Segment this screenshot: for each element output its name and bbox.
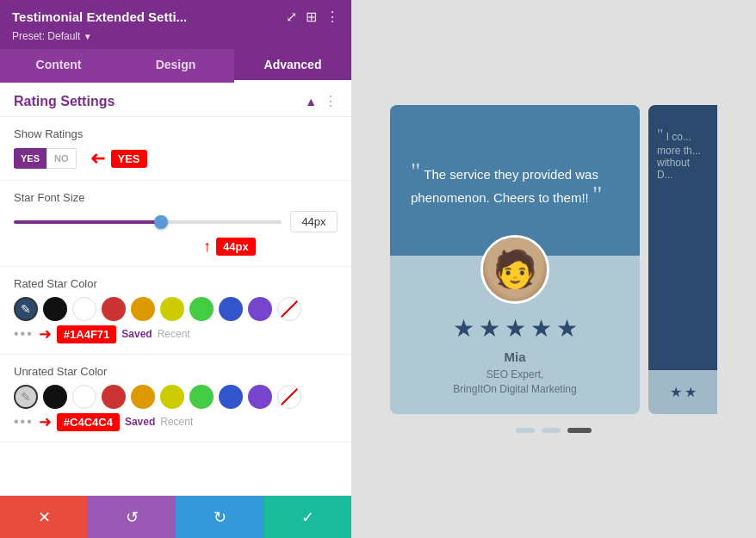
pagination-dot-1[interactable]: [516, 428, 535, 433]
stars-row: ★ ★ ★ ★ ★: [453, 314, 578, 343]
star-5: ★: [556, 314, 578, 343]
rated-color-red[interactable]: [102, 297, 126, 321]
rated-color-orange[interactable]: [131, 297, 155, 321]
rated-star-color-group: Rated Star Color ✎ ••• ➜ #1A4F71 Saved R…: [0, 267, 351, 355]
rated-star-color-label: Rated Star Color: [14, 277, 338, 290]
unrated-color-white[interactable]: [72, 385, 96, 409]
rated-saved-tag[interactable]: Saved: [121, 328, 152, 340]
unrated-saved-tag[interactable]: Saved: [125, 416, 155, 428]
mini-star-2: ★: [685, 384, 697, 400]
unrated-color-orange[interactable]: [131, 385, 155, 409]
cancel-icon: ✕: [38, 508, 51, 527]
unrated-color-blue[interactable]: [219, 385, 243, 409]
panel-title: Testimonial Extended Setti...: [12, 9, 187, 24]
reset-button[interactable]: ↺: [88, 496, 176, 538]
tab-design[interactable]: Design: [117, 49, 234, 83]
rated-recent-tag[interactable]: Recent: [158, 328, 190, 340]
person-title: SEO Expert,BringItOn Digital Marketing: [453, 368, 576, 397]
preset-label[interactable]: Preset: Default ▼: [12, 30, 339, 42]
unrated-color-red[interactable]: [102, 385, 126, 409]
mini-star-1: ★: [670, 384, 682, 400]
collapse-icon[interactable]: ▲: [305, 95, 317, 108]
section-header: Rating Settings ▲ ⋮: [0, 83, 351, 117]
reset-icon: ↺: [126, 508, 139, 527]
size-annotation-badge: 44px: [216, 238, 256, 256]
redo-button[interactable]: ↻: [176, 496, 263, 538]
quote-text: " The service they provided was phenomen…: [411, 162, 619, 207]
testimonial-card-partial: " I co...more th...without D... ★ ★: [648, 105, 717, 414]
section-controls: ▲ ⋮: [305, 93, 338, 109]
unrated-color-yellow[interactable]: [160, 385, 184, 409]
save-icon: ✓: [301, 508, 314, 527]
unrated-recent-tag[interactable]: Recent: [160, 416, 193, 428]
close-quote-mark: ": [592, 181, 602, 207]
rated-color-none[interactable]: [277, 297, 301, 321]
rated-color-dots[interactable]: •••: [14, 326, 34, 342]
rated-color-white[interactable]: [72, 297, 96, 321]
bottom-bar: ✕ ↺ ↻ ✓: [0, 495, 351, 538]
grid-icon[interactable]: ⊞: [306, 9, 317, 25]
star-1: ★: [453, 314, 474, 343]
mini-stars-row: ★ ★: [670, 384, 697, 400]
cancel-button[interactable]: ✕: [0, 496, 88, 538]
avatar-image: 🧑: [483, 238, 547, 301]
show-ratings-label: Show Ratings: [14, 127, 338, 140]
more-icon[interactable]: ⋮: [325, 9, 339, 25]
card-quote-area: " The service they provided was phenomen…: [390, 105, 640, 256]
redo-icon: ↻: [214, 508, 226, 527]
tab-content[interactable]: Content: [0, 49, 117, 83]
rated-arrow-icon: ➜: [39, 325, 52, 343]
star-size-slider-track[interactable]: [14, 220, 282, 224]
unrated-color-dots[interactable]: •••: [14, 414, 34, 430]
tab-advanced[interactable]: Advanced: [234, 49, 351, 83]
size-arrow-icon: ↑: [203, 238, 211, 256]
partial-card-bottom: ★ ★: [648, 370, 717, 414]
unrated-color-black[interactable]: [43, 385, 67, 409]
panel-header: Testimonial Extended Setti... ⤢ ⊞ ⋮ Pres…: [0, 0, 351, 49]
save-button[interactable]: ✓: [263, 496, 351, 538]
show-ratings-group: Show Ratings YES NO ➜ YES: [0, 117, 351, 181]
slider-thumb[interactable]: [154, 215, 168, 229]
unrated-arrow-icon: ➜: [39, 412, 52, 431]
unrated-color-picker-swatch[interactable]: ✎: [14, 385, 38, 409]
unrated-color-none[interactable]: [277, 385, 301, 409]
rated-color-purple[interactable]: [248, 297, 272, 321]
yes-annotation-badge: YES: [111, 150, 147, 168]
partial-card-top: " I co...more th...without D...: [648, 105, 717, 370]
star-3: ★: [505, 314, 526, 343]
open-quote-mark: ": [411, 158, 420, 184]
rated-color-black[interactable]: [43, 297, 67, 321]
yes-arrow-icon: ➜: [90, 147, 106, 170]
slider-fill: [14, 220, 161, 224]
rated-color-picker-swatch[interactable]: ✎: [14, 297, 38, 321]
preview-area: " The service they provided was phenomen…: [351, 0, 756, 538]
pagination-dot-3[interactable]: [567, 428, 592, 433]
unrated-color-purple[interactable]: [248, 385, 272, 409]
card-person-area: 🧑 ★ ★ ★ ★ ★ Mia SEO Expert,BringItOn Dig…: [390, 256, 640, 414]
rated-color-yellow[interactable]: [160, 297, 184, 321]
unrated-star-color-palette: ✎: [14, 385, 338, 409]
rated-color-green[interactable]: [189, 297, 214, 321]
pagination-dot-2[interactable]: [542, 428, 561, 433]
unrated-hex-badge: #C4C4C4: [57, 413, 120, 431]
show-ratings-toggle[interactable]: YES NO: [14, 148, 77, 169]
toggle-no: NO: [46, 148, 77, 169]
testimonial-cards: " The service they provided was phenomen…: [365, 105, 742, 414]
panel-body: Rating Settings ▲ ⋮ Show Ratings YES NO …: [0, 83, 351, 495]
pagination: [516, 428, 592, 433]
star-size-value[interactable]: 44px: [290, 211, 338, 232]
panel-tabs: Content Design Advanced: [0, 49, 351, 83]
rated-color-blue[interactable]: [219, 297, 243, 321]
unrated-color-green[interactable]: [189, 385, 214, 409]
rated-star-color-palette: ✎: [14, 297, 338, 321]
unrated-star-color-label: Unrated Star Color: [14, 365, 338, 378]
partial-quote-text: " I co...more th...without D...: [657, 122, 709, 181]
person-name: Mia: [504, 349, 525, 364]
star-font-size-group: Star Font Size 44px ↑ 44px: [0, 181, 351, 267]
unrated-star-color-group: Unrated Star Color ✎ ••• ➜ #C4C4C4 Saved…: [0, 355, 351, 442]
expand-icon[interactable]: ⤢: [286, 9, 297, 25]
star-4: ★: [530, 314, 552, 343]
testimonial-card-main: " The service they provided was phenomen…: [390, 105, 640, 414]
section-menu-icon[interactable]: ⋮: [324, 93, 338, 109]
toggle-yes: YES: [14, 149, 46, 168]
